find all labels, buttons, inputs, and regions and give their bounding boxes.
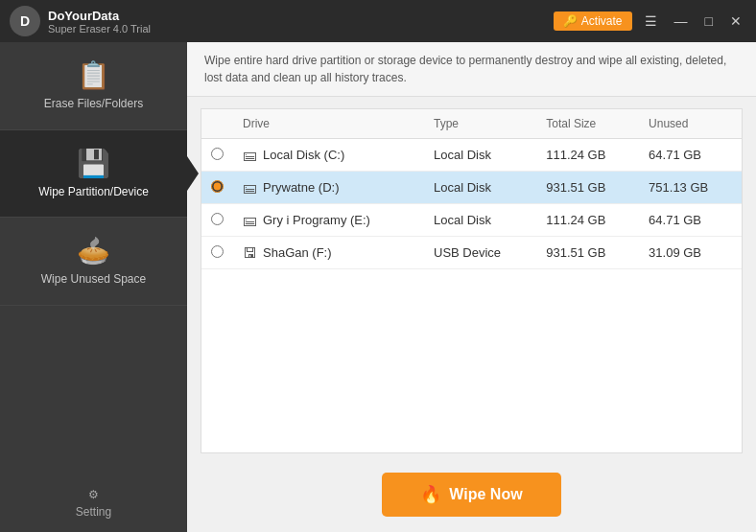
- setting-icon: ⚙: [88, 488, 99, 501]
- drive-name-text: ShaGan (F:): [263, 245, 332, 260]
- drive-table-container[interactable]: Drive Type Total Size Unused 🖴Local Disk…: [201, 108, 743, 453]
- col-drive: Drive: [233, 109, 424, 139]
- hdd-icon: 🖴: [243, 179, 257, 196]
- table-header-row: Drive Type Total Size Unused: [201, 109, 742, 139]
- app-logo: D: [10, 6, 40, 36]
- bottom-bar: 🔥 Wipe Now: [187, 461, 756, 532]
- drive-unused-cell: 64.71 GB: [639, 139, 742, 172]
- radio-cell: [201, 139, 233, 172]
- erase-files-label: Erase Files/Folders: [44, 97, 143, 112]
- wipe-now-button[interactable]: 🔥 Wipe Now: [382, 473, 560, 517]
- drive-name-text: Local Disk (C:): [263, 148, 344, 162]
- drive-unused-cell: 751.13 GB: [639, 172, 742, 204]
- drive-total-size-cell: 931.51 GB: [536, 172, 639, 204]
- drive-type-cell: Local Disk: [424, 139, 536, 172]
- hdd-icon: 🖴: [243, 147, 257, 163]
- erase-files-icon: 📋: [77, 59, 110, 91]
- sidebar-item-setting[interactable]: ⚙ Setting: [0, 474, 187, 532]
- drive-unused-cell: 31.09 GB: [639, 237, 742, 269]
- wipe-unused-icon: 🥧: [77, 235, 110, 266]
- drive-total-size-cell: 111.24 GB: [536, 139, 639, 172]
- main-layout: 📋 Erase Files/Folders 💾 Wipe Partition/D…: [0, 42, 756, 532]
- table-row[interactable]: 🖴Gry i Programy (E:)Local Disk111.24 GB6…: [201, 204, 742, 237]
- drive-name-cell: 🖴Gry i Programy (E:): [233, 204, 424, 237]
- wipe-partition-icon: 💾: [77, 148, 110, 179]
- menu-button[interactable]: ☰: [640, 12, 662, 31]
- app-subtitle: Super Eraser 4.0 Trial: [48, 23, 151, 35]
- setting-label: Setting: [76, 505, 111, 519]
- close-button[interactable]: ✕: [725, 12, 746, 31]
- drive-total-size-cell: 931.51 GB: [536, 237, 639, 269]
- window-controls: 🔑 Activate ☰ — □ ✕: [554, 12, 746, 31]
- drive-name-cell: 🖫ShaGan (F:): [233, 237, 424, 269]
- radio-cell: [201, 237, 233, 269]
- drive-name-text: Prywatne (D:): [263, 180, 339, 195]
- activate-button[interactable]: 🔑 Activate: [554, 12, 632, 31]
- drive-type-cell: Local Disk: [424, 204, 536, 237]
- drive-type-cell: Local Disk: [424, 172, 536, 204]
- drive-name-cell: 🖴Local Disk (C:): [233, 139, 424, 172]
- table-row[interactable]: 🖫ShaGan (F:)USB Device931.51 GB31.09 GB: [201, 237, 742, 269]
- sidebar-item-wipe-unused[interactable]: 🥧 Wipe Unused Space: [0, 218, 187, 306]
- col-type: Type: [424, 109, 536, 139]
- table-row[interactable]: 🖴Local Disk (C:)Local Disk111.24 GB64.71…: [201, 139, 742, 172]
- wipe-btn-label: Wipe Now: [449, 486, 522, 503]
- col-radio: [201, 109, 233, 139]
- minimize-button[interactable]: —: [670, 12, 693, 31]
- drive-unused-cell: 64.71 GB: [639, 204, 742, 237]
- radio-cell: [201, 172, 233, 204]
- drive-type-cell: USB Device: [424, 237, 536, 269]
- drive-radio-3[interactable]: [211, 245, 224, 258]
- sidebar-item-erase-files[interactable]: 📋 Erase Files/Folders: [0, 42, 187, 130]
- info-bar: Wipe entire hard drive partition or stor…: [187, 42, 756, 97]
- wipe-btn-icon: 🔥: [420, 484, 441, 505]
- drive-total-size-cell: 111.24 GB: [536, 204, 639, 237]
- content-area: Wipe entire hard drive partition or stor…: [187, 42, 756, 532]
- radio-cell: [201, 204, 233, 237]
- sidebar: 📋 Erase Files/Folders 💾 Wipe Partition/D…: [0, 42, 187, 532]
- app-title-group: DoYourData Super Eraser 4.0 Trial: [48, 9, 151, 35]
- info-text: Wipe entire hard drive partition or stor…: [204, 54, 726, 84]
- title-bar: D DoYourData Super Eraser 4.0 Trial 🔑 Ac…: [0, 0, 756, 42]
- drive-radio-0[interactable]: [211, 148, 224, 160]
- drive-table-body: 🖴Local Disk (C:)Local Disk111.24 GB64.71…: [201, 139, 742, 269]
- app-name: DoYourData: [48, 9, 151, 23]
- col-total-size: Total Size: [536, 109, 639, 139]
- drive-name-text: Gry i Programy (E:): [263, 213, 370, 227]
- drive-table: Drive Type Total Size Unused 🖴Local Disk…: [201, 109, 742, 269]
- wipe-unused-label: Wipe Unused Space: [41, 272, 146, 288]
- usb-icon: 🖫: [243, 244, 257, 261]
- drive-radio-1[interactable]: [211, 180, 224, 193]
- table-row[interactable]: 🖴Prywatne (D:)Local Disk931.51 GB751.13 …: [201, 172, 742, 204]
- sidebar-item-wipe-partition[interactable]: 💾 Wipe Partition/Device: [0, 130, 187, 219]
- hdd-icon: 🖴: [243, 212, 257, 228]
- drive-name-cell: 🖴Prywatne (D:): [233, 172, 424, 204]
- maximize-button[interactable]: □: [700, 12, 718, 31]
- drive-radio-2[interactable]: [211, 213, 224, 225]
- sidebar-spacer: [0, 306, 187, 474]
- wipe-partition-label: Wipe Partition/Device: [38, 185, 149, 200]
- col-unused: Unused: [639, 109, 742, 139]
